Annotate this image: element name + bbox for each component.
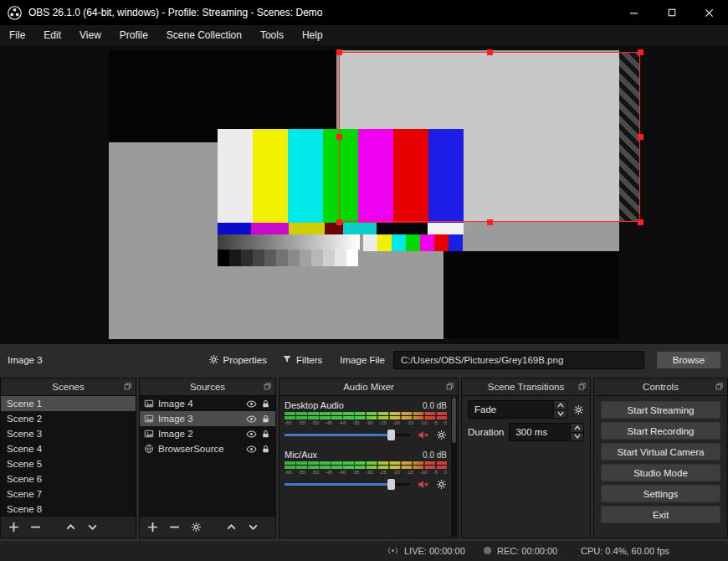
menu-tools[interactable]: Tools [251,25,293,45]
controls-buttons: Start StreamingStart RecordingStart Virt… [594,396,727,538]
scenes-dock-header[interactable]: Scenes [1,378,136,396]
start-recording-button[interactable]: Start Recording [601,422,720,440]
meter-scale-label: -50 [311,470,319,476]
volume-slider[interactable] [285,430,410,440]
grayscale-step-ramp [218,250,358,266]
audio-mixer-dock-header[interactable]: Audio Mixer [279,378,458,396]
lock-icon[interactable] [261,445,270,454]
move-source-up-icon[interactable] [223,519,239,536]
maximize-button[interactable] [653,0,690,25]
source-item-image-4[interactable]: Image 4 [140,396,275,411]
dock-float-icon[interactable] [264,383,271,390]
combo-down-icon[interactable] [554,409,567,419]
scene-item-scene-8[interactable]: Scene 8 [1,502,136,516]
scene-item-scene-5[interactable]: Scene 5 [1,456,136,471]
gear-icon[interactable] [436,479,447,490]
image-icon [144,414,154,424]
mute-speaker-icon[interactable] [417,478,429,491]
start-virtual-camera-button[interactable]: Start Virtual Camera [601,443,720,461]
lock-icon[interactable] [261,399,270,409]
combo-up-icon[interactable] [554,401,567,409]
duration-spinbox[interactable]: 300 ms [509,423,584,441]
move-scene-down-icon[interactable] [84,519,100,536]
menu-edit[interactable]: Edit [34,25,70,45]
minimize-button[interactable] [615,0,653,25]
exit-button[interactable]: Exit [601,506,720,523]
menu-profile[interactable]: Profile [110,25,157,45]
source-item-browsersource[interactable]: BrowserSource [140,441,275,456]
remove-scene-icon[interactable] [27,519,44,536]
transition-select[interactable]: Fade [468,400,567,419]
scene-transitions-dock-header[interactable]: Scene Transitions [462,378,590,396]
filters-button[interactable]: Filters [274,352,330,368]
scenes-dock: Scenes Scene 1Scene 2Scene 3Scene 4Scene… [0,378,136,538]
lock-icon[interactable] [261,430,270,439]
remove-source-icon[interactable] [166,519,182,536]
visibility-eye-icon[interactable] [246,399,257,409]
menu-view[interactable]: View [70,25,110,45]
duration-spin-arrows [570,424,583,440]
meter-scale-label: -20 [392,470,400,476]
dock-float-icon[interactable] [446,383,454,390]
start-streaming-button[interactable]: Start Streaming [601,401,720,419]
meter-scale-label: -25 [379,470,387,476]
controls-dock-header[interactable]: Controls [594,378,727,396]
selection-handle[interactable] [487,49,493,55]
mixer-scrollbar-thumb[interactable] [452,398,456,443]
visibility-eye-icon[interactable] [246,444,257,455]
meter-scale-label: -30 [366,470,373,476]
mixer-scrollbar[interactable] [451,397,457,537]
dock-float-icon[interactable] [124,383,131,390]
image-file-path-field[interactable]: C:/Users/OBS/Pictures/Grey169B.png [393,351,644,369]
visibility-eye-icon[interactable] [246,429,257,440]
scene-item-scene-1[interactable]: Scene 1 [1,396,136,411]
source-name: BrowserSource [158,444,224,454]
menu-help[interactable]: Help [293,25,332,45]
source-item-image-3[interactable]: Image 3 [140,411,275,426]
selection-handle[interactable] [336,219,342,225]
image-icon [144,399,154,409]
add-source-icon[interactable] [144,519,161,536]
selection-handle[interactable] [336,134,342,140]
properties-button-label: Properties [223,355,267,365]
scene-item-scene-2[interactable]: Scene 2 [1,411,136,426]
title-bar[interactable]: OBS 26.1.0 (64-bit, windows) - Profile: … [0,0,728,25]
selection-border[interactable] [339,52,640,222]
source-properties-gear-icon[interactable] [187,519,204,536]
source-item-image-2[interactable]: Image 2 [140,426,275,441]
duration-up-icon[interactable] [571,424,583,432]
mute-speaker-icon[interactable] [417,429,429,441]
source-name: Image 2 [158,429,193,439]
settings-button[interactable]: Settings [601,485,720,502]
close-button[interactable] [690,0,728,25]
gear-icon[interactable] [436,430,447,440]
menu-file[interactable]: File [0,25,34,45]
dock-float-icon[interactable] [715,383,723,390]
browse-button[interactable]: Browse [656,351,721,369]
move-source-down-icon[interactable] [244,519,261,536]
selection-handle[interactable] [638,219,643,225]
visibility-eye-icon[interactable] [246,414,257,425]
dock-float-icon[interactable] [578,383,586,390]
move-scene-up-icon[interactable] [62,519,79,536]
volume-slider-handle[interactable] [387,479,395,490]
transition-settings-gear-icon[interactable] [573,404,584,415]
add-scene-icon[interactable] [5,519,22,536]
scene-item-scene-6[interactable]: Scene 6 [1,471,136,486]
volume-slider-handle[interactable] [387,430,395,440]
lock-icon[interactable] [261,414,270,424]
scene-item-scene-4[interactable]: Scene 4 [1,441,136,456]
scene-item-scene-3[interactable]: Scene 3 [1,426,136,441]
scene-item-scene-7[interactable]: Scene 7 [1,486,136,502]
preview-area[interactable] [0,45,728,344]
selection-handle[interactable] [638,49,643,55]
properties-button[interactable]: Properties [201,352,274,369]
studio-mode-button[interactable]: Studio Mode [601,464,720,481]
duration-down-icon[interactable] [571,432,583,441]
selection-handle[interactable] [487,219,493,225]
selection-handle[interactable] [638,134,643,140]
volume-slider[interactable] [285,479,410,490]
selection-handle[interactable] [336,49,342,55]
menu-scene-collection[interactable]: Scene Collection [157,25,251,45]
sources-dock-header[interactable]: Sources [140,378,275,396]
